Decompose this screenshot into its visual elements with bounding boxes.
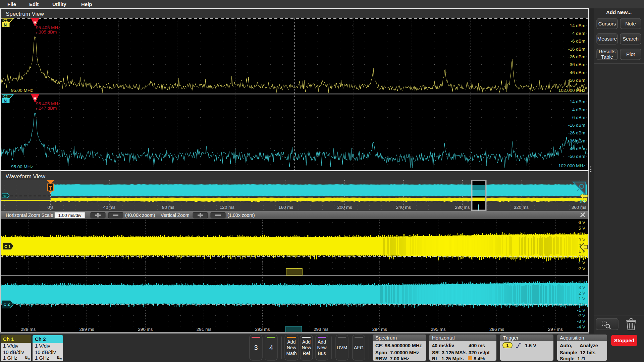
svg-text:Note: Note	[625, 21, 636, 26]
svg-text:95.00 MHz: 95.00 MHz	[11, 88, 33, 93]
svg-text:240 ms: 240 ms	[396, 205, 411, 210]
svg-text:-6 dBm: -6 dBm	[571, 115, 585, 120]
svg-text:Spectrum: Spectrum	[375, 335, 397, 341]
svg-text:T: T	[49, 185, 52, 191]
svg-text:Analyze: Analyze	[580, 343, 598, 348]
svg-text:DVM: DVM	[337, 345, 347, 350]
svg-text:-.247 dBm: -.247 dBm	[36, 106, 57, 111]
svg-text:Single: 1 /1: Single: 1 /1	[560, 356, 586, 361]
svg-text:-56 dBm: -56 dBm	[568, 154, 585, 159]
svg-text:290 ms: 290 ms	[138, 327, 153, 332]
svg-text:293 ms: 293 ms	[314, 327, 329, 332]
svg-text:T: T	[469, 356, 471, 360]
svg-text:289 ms: 289 ms	[79, 327, 94, 332]
svg-text:1: 1	[506, 343, 508, 348]
svg-text:Add New...: Add New...	[606, 9, 632, 15]
svg-text:-2 V: -2 V	[577, 313, 585, 318]
svg-text:294 ms: 294 ms	[372, 327, 387, 332]
svg-text:-.305 dBm: -.305 dBm	[36, 29, 57, 35]
svg-text:-1 V: -1 V	[577, 260, 585, 265]
svg-text:Stopped: Stopped	[614, 338, 634, 343]
svg-text:-4 V: -4 V	[577, 324, 585, 329]
svg-text:-1 V: -1 V	[577, 308, 585, 313]
svg-text:RL: 1.25 Mpts: RL: 1.25 Mpts	[432, 356, 464, 361]
svg-text:R: R	[34, 96, 37, 101]
svg-text:New: New	[317, 345, 327, 350]
svg-text:4: 4	[269, 344, 273, 351]
svg-text:-3 V: -3 V	[577, 319, 585, 324]
svg-text:Horizontal Zoom Scale: Horizontal Zoom Scale	[6, 213, 53, 218]
svg-text:360 ms: 360 ms	[572, 205, 587, 210]
svg-text:Add: Add	[287, 339, 296, 345]
svg-text:C2: C2	[3, 194, 7, 198]
svg-text:-46 dBm: -46 dBm	[568, 70, 585, 75]
svg-text:New: New	[302, 345, 311, 350]
svg-text:C 2: C 2	[4, 302, 10, 307]
svg-text:N: N	[4, 99, 7, 104]
svg-text:4 V: 4 V	[579, 280, 585, 285]
svg-text:Acquisition: Acquisition	[560, 335, 584, 341]
svg-text:Vertical Zoom: Vertical Zoom	[161, 213, 190, 218]
svg-text:295 ms: 295 ms	[431, 327, 446, 332]
svg-text:296 ms: 296 ms	[489, 327, 504, 332]
svg-text:14 dBm: 14 dBm	[570, 99, 585, 104]
svg-text:6 V: 6 V	[579, 220, 585, 225]
svg-text:320 ms: 320 ms	[514, 205, 529, 210]
svg-text:Ch 2: Ch 2	[35, 336, 46, 342]
svg-text:-2 V: -2 V	[577, 266, 585, 271]
svg-text:292 ms: 292 ms	[255, 327, 270, 332]
svg-text:C 1: C 1	[4, 244, 11, 249]
svg-text:Cursors: Cursors	[598, 21, 616, 26]
svg-text:10 dB/div: 10 dB/div	[3, 349, 24, 355]
svg-text:Table: Table	[601, 54, 613, 60]
svg-text:Help: Help	[81, 1, 92, 7]
svg-text:SR: 3.125 MS/s: SR: 3.125 MS/s	[432, 350, 467, 355]
svg-text:W: W	[59, 357, 62, 360]
svg-text:Measure: Measure	[597, 36, 617, 42]
svg-text:1.00 ms/div: 1.00 ms/div	[58, 213, 81, 218]
svg-text:297 ms: 297 ms	[548, 327, 563, 332]
svg-text:95.00 MHz: 95.00 MHz	[11, 164, 33, 169]
svg-text:1.6 V: 1.6 V	[525, 343, 536, 348]
svg-text:4 V: 4 V	[579, 231, 585, 236]
svg-text:80 ms: 80 ms	[162, 205, 174, 210]
svg-text:400 ms: 400 ms	[469, 343, 485, 348]
svg-text:Utility: Utility	[52, 1, 66, 7]
svg-text:Ch 1: Ch 1	[3, 336, 14, 342]
svg-text:14 dBm: 14 dBm	[570, 23, 585, 28]
svg-text:320 ns/pt: 320 ns/pt	[469, 350, 490, 355]
svg-text:1 GHz: 1 GHz	[3, 355, 17, 361]
svg-text:4 dBm: 4 dBm	[572, 31, 585, 36]
svg-text:291 ms: 291 ms	[197, 327, 212, 332]
svg-text:Search: Search	[623, 36, 639, 42]
svg-text:102.000 MHz: 102.000 MHz	[558, 88, 586, 93]
svg-text:RBW: 7.00 kHz: RBW: 7.00 kHz	[375, 356, 409, 361]
svg-text:Horizontal: Horizontal	[432, 335, 455, 341]
svg-text:40 ms: 40 ms	[103, 205, 116, 210]
svg-text:(40.00x zoom): (40.00x zoom)	[125, 213, 155, 218]
svg-text:Trigger: Trigger	[503, 335, 519, 341]
svg-text:1 V: 1 V	[579, 296, 585, 301]
svg-text:0 V: 0 V	[579, 254, 585, 259]
svg-text:Ref: Ref	[303, 351, 310, 356]
svg-text:Waveform View: Waveform View	[6, 173, 46, 180]
svg-text:160 ms: 160 ms	[278, 205, 293, 210]
svg-text:C1: C1	[3, 19, 8, 22]
svg-text:Add: Add	[302, 339, 311, 345]
svg-text:New: New	[287, 345, 297, 350]
svg-text:0 s: 0 s	[48, 205, 54, 210]
svg-text:-56 dBm: -56 dBm	[568, 78, 585, 83]
svg-text:200 ms: 200 ms	[337, 205, 352, 210]
svg-text:Bus: Bus	[318, 351, 326, 356]
svg-text:-6 dBm: -6 dBm	[571, 39, 585, 44]
svg-text:File: File	[7, 1, 16, 7]
svg-text:-36 dBm: -36 dBm	[568, 62, 585, 67]
svg-text:CF: 98.5000000 MHz: CF: 98.5000000 MHz	[375, 343, 422, 348]
svg-text:3: 3	[254, 344, 258, 351]
svg-text:2 V: 2 V	[579, 291, 585, 296]
svg-text:Spectrum View: Spectrum View	[6, 11, 44, 17]
svg-text:-26 dBm: -26 dBm	[568, 54, 585, 59]
svg-text:40 ms/div: 40 ms/div	[432, 343, 454, 348]
svg-text:4 dBm: 4 dBm	[572, 107, 585, 112]
svg-text:W: W	[28, 357, 30, 360]
